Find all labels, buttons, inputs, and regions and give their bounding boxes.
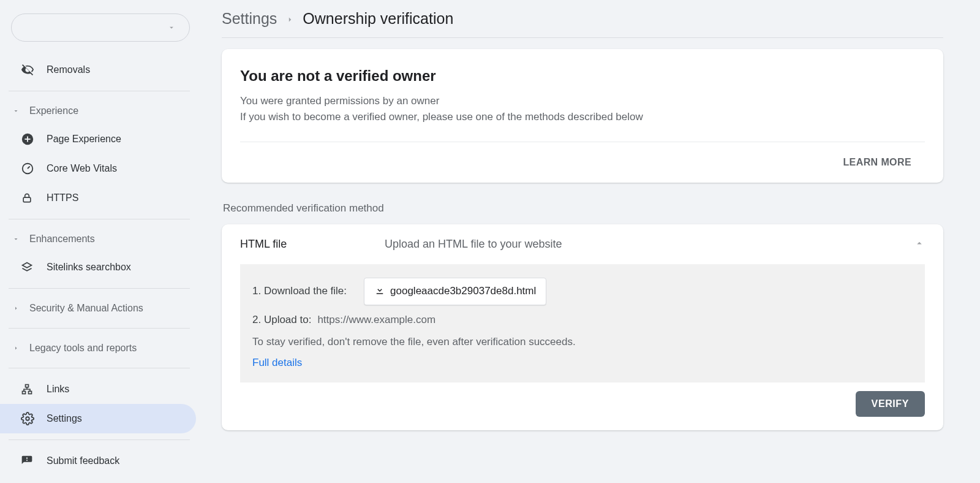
method-header[interactable]: HTML file Upload an HTML file to your we… [222, 224, 943, 264]
method-actions: VERIFY [222, 382, 943, 430]
full-details-link[interactable]: Full details [252, 357, 913, 369]
status-body: You were granted permissions by an owner… [240, 93, 925, 142]
sidebar-item-label: Links [47, 384, 69, 395]
feedback-icon [21, 455, 47, 467]
layers-icon [21, 261, 47, 273]
breadcrumb-settings[interactable]: Settings [222, 10, 277, 28]
status-card: You are not a verified owner You were gr… [222, 49, 943, 183]
chevron-up-icon [914, 238, 925, 251]
method-desc: Upload an HTML file to your website [385, 238, 914, 251]
recommended-label: Recommended verification method [223, 202, 943, 215]
sidebar-item-label: Settings [47, 413, 82, 424]
svg-rect-5 [29, 391, 32, 394]
divider [9, 328, 190, 329]
main-content: Settings Ownership verification You are … [198, 0, 980, 483]
method-name: HTML file [240, 238, 385, 251]
sidebar-section-label: Enhancements [29, 234, 95, 245]
sidebar-item-label: Removals [47, 64, 90, 75]
circle-plus-icon [21, 132, 47, 146]
breadcrumb: Settings Ownership verification [222, 10, 943, 28]
caret-right-icon [12, 305, 29, 312]
status-line: You were granted permissions by an owner [240, 93, 925, 109]
status-line: If you wish to become a verified owner, … [240, 109, 925, 125]
sidebar-section-enhancements[interactable]: Enhancements [0, 226, 198, 253]
sidebar-section-label: Security & Manual Actions [29, 303, 143, 314]
svg-rect-3 [26, 385, 29, 387]
step-upload: 2. Upload to: https://www.example.com [252, 314, 913, 326]
divider [9, 439, 190, 440]
divider [9, 368, 190, 368]
sidebar-item-submit-feedback[interactable]: Submit feedback [0, 446, 196, 476]
sidebar-item-label: Core Web Vitals [47, 163, 117, 174]
step-download: 1. Download the file: googleaacde3b29037… [252, 278, 913, 305]
property-selector[interactable] [11, 13, 190, 42]
svg-rect-2 [23, 197, 31, 202]
divider [9, 91, 190, 91]
svg-rect-4 [23, 391, 26, 394]
method-body: 1. Download the file: googleaacde3b29037… [240, 264, 925, 382]
step-label: 2. Upload to: [252, 314, 311, 326]
caret-down-icon [12, 235, 29, 243]
method-card: HTML file Upload an HTML file to your we… [222, 224, 943, 430]
sidebar-section-label: Experience [29, 105, 78, 116]
sitemap-icon [21, 383, 47, 395]
sidebar-section-label: Legacy tools and reports [29, 343, 137, 354]
eye-off-icon [21, 63, 47, 77]
step-label: 1. Download the file: [252, 285, 347, 297]
upload-url: https://www.example.com [317, 314, 435, 326]
sidebar-item-sitelinks[interactable]: Sitelinks searchbox [0, 253, 196, 282]
breadcrumb-current: Ownership verification [303, 10, 453, 28]
sidebar-item-core-web-vitals[interactable]: Core Web Vitals [0, 154, 196, 183]
speedometer-icon [21, 162, 47, 175]
download-file-button[interactable]: googleaacde3b29037de8d.html [364, 278, 546, 305]
caret-right-icon [12, 344, 29, 352]
sidebar-item-https[interactable]: HTTPS [0, 183, 196, 213]
sidebar-item-links[interactable]: Links [0, 375, 196, 404]
status-title: You are not a verified owner [240, 67, 925, 85]
divider [9, 219, 190, 219]
status-actions: LEARN MORE [240, 142, 925, 183]
sidebar-section-security[interactable]: Security & Manual Actions [0, 295, 198, 322]
caret-down-icon [12, 107, 29, 115]
sidebar-item-label: Sitelinks searchbox [47, 262, 131, 273]
sidebar-section-experience[interactable]: Experience [0, 97, 198, 124]
sidebar-item-label: HTTPS [47, 192, 78, 203]
sidebar-item-settings[interactable]: Settings [0, 404, 196, 433]
divider [9, 288, 190, 289]
sidebar-item-label: Page Experience [47, 134, 121, 145]
sidebar-item-label: Submit feedback [47, 455, 119, 466]
download-icon [374, 284, 385, 299]
sidebar-section-legacy[interactable]: Legacy tools and reports [0, 335, 198, 362]
sidebar-item-removals[interactable]: Removals [0, 55, 196, 85]
chevron-right-icon [285, 10, 294, 28]
svg-point-6 [26, 417, 29, 420]
gear-icon [21, 412, 47, 425]
verification-note: To stay verified, don't remove the file,… [252, 336, 913, 348]
lock-icon [21, 192, 47, 204]
divider [222, 37, 943, 38]
caret-down-icon [167, 23, 176, 32]
download-filename: googleaacde3b29037de8d.html [390, 285, 536, 297]
verify-button[interactable]: VERIFY [856, 391, 925, 417]
sidebar: Removals Experience Page Experience Core… [0, 0, 198, 483]
learn-more-button[interactable]: LEARN MORE [833, 151, 921, 174]
sidebar-item-page-experience[interactable]: Page Experience [0, 124, 196, 154]
